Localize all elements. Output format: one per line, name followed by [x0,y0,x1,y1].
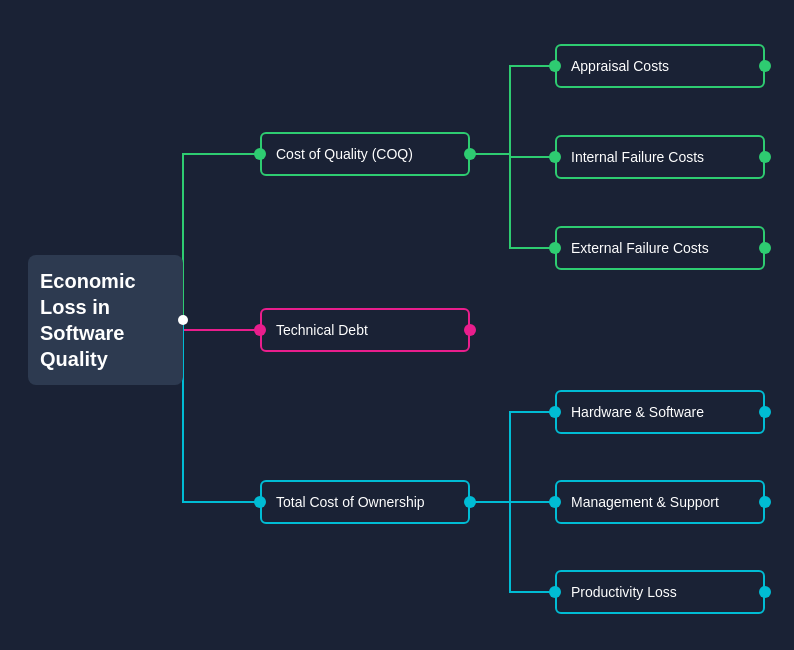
hardware-left-dot [549,406,561,418]
technical-debt-label: Technical Debt [276,322,368,338]
appraisal-right-dot [759,60,771,72]
internal-failure-label: Internal Failure Costs [571,149,704,165]
productivity-loss-label: Productivity Loss [571,584,677,600]
tco-left-dot [254,496,266,508]
coq-node[interactable]: Cost of Quality (COQ) [260,132,470,176]
coq-left-dot [254,148,266,160]
internal-right-dot [759,151,771,163]
productivity-right-dot [759,586,771,598]
management-support-node[interactable]: Management & Support [555,480,765,524]
external-failure-label: External Failure Costs [571,240,709,256]
external-right-dot [759,242,771,254]
management-support-label: Management & Support [571,494,719,510]
internal-left-dot [549,151,561,163]
coq-right-dot [464,148,476,160]
appraisal-node[interactable]: Appraisal Costs [555,44,765,88]
root-node: Economic Loss in Software Quality [28,255,183,385]
hardware-software-label: Hardware & Software [571,404,704,420]
management-left-dot [549,496,561,508]
tco-node[interactable]: Total Cost of Ownership [260,480,470,524]
coq-label: Cost of Quality (COQ) [276,146,413,162]
hardware-software-node[interactable]: Hardware & Software [555,390,765,434]
management-right-dot [759,496,771,508]
productivity-left-dot [549,586,561,598]
root-connector-dot [178,315,188,325]
external-failure-node[interactable]: External Failure Costs [555,226,765,270]
appraisal-label: Appraisal Costs [571,58,669,74]
techdebt-right-dot [464,324,476,336]
appraisal-left-dot [549,60,561,72]
hardware-right-dot [759,406,771,418]
external-left-dot [549,242,561,254]
technical-debt-node[interactable]: Technical Debt [260,308,470,352]
root-label: Economic Loss in Software Quality [40,268,171,372]
tco-right-dot [464,496,476,508]
productivity-loss-node[interactable]: Productivity Loss [555,570,765,614]
techdebt-left-dot [254,324,266,336]
internal-failure-node[interactable]: Internal Failure Costs [555,135,765,179]
tco-label: Total Cost of Ownership [276,494,425,510]
